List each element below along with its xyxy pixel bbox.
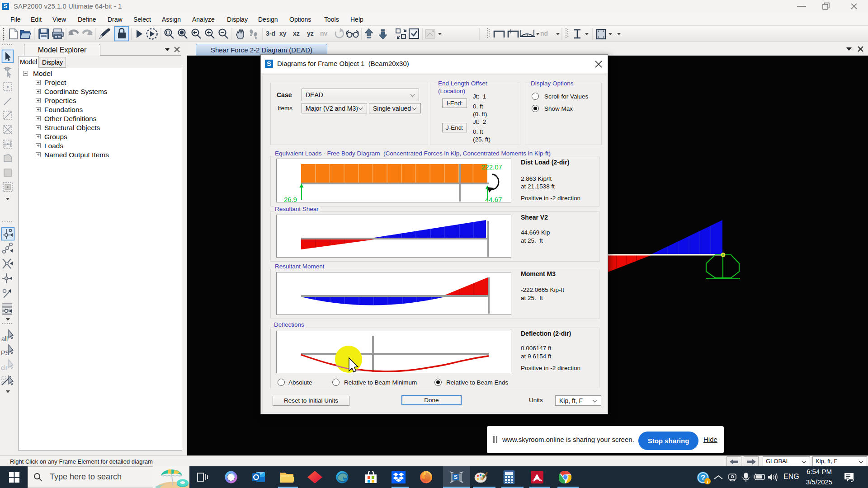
svg-text:PS: PS: [1, 349, 9, 357]
svg-text:i: i: [707, 479, 708, 484]
svg-text:all: all: [1, 335, 8, 343]
svg-text:S: S: [454, 474, 458, 480]
svg-text:clr: clr: [1, 364, 8, 371]
